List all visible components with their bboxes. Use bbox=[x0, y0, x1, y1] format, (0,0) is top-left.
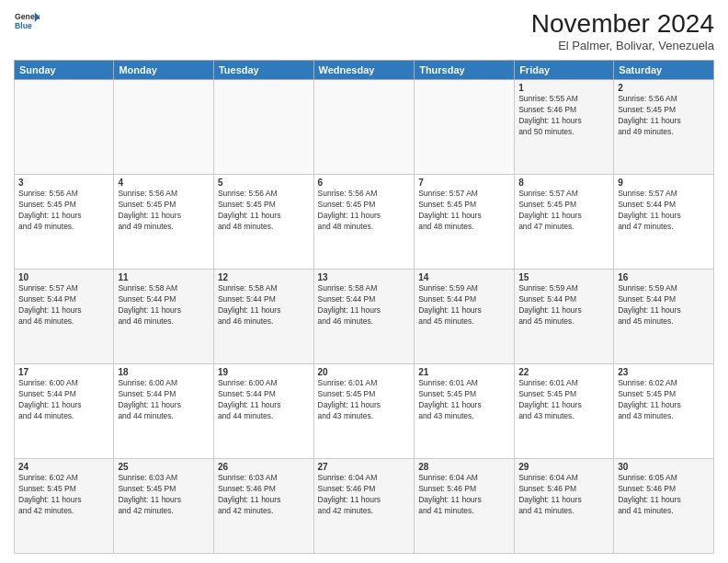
day-info: Sunrise: 5:57 AM Sunset: 5:44 PM Dayligh… bbox=[618, 189, 710, 233]
svg-text:Blue: Blue bbox=[15, 21, 32, 30]
day-info: Sunrise: 5:57 AM Sunset: 5:44 PM Dayligh… bbox=[18, 283, 109, 327]
day-info: Sunrise: 5:58 AM Sunset: 5:44 PM Dayligh… bbox=[118, 283, 210, 327]
calendar-header-cell: Thursday bbox=[415, 61, 515, 80]
day-number: 30 bbox=[618, 462, 710, 472]
calendar-cell: 25Sunrise: 6:03 AM Sunset: 5:45 PM Dayli… bbox=[114, 459, 214, 554]
day-info: Sunrise: 5:56 AM Sunset: 5:45 PM Dayligh… bbox=[318, 189, 411, 233]
calendar-week-row: 1Sunrise: 5:55 AM Sunset: 5:46 PM Daylig… bbox=[15, 80, 714, 175]
day-info: Sunrise: 5:57 AM Sunset: 5:45 PM Dayligh… bbox=[418, 189, 510, 233]
day-info: Sunrise: 6:01 AM Sunset: 5:45 PM Dayligh… bbox=[318, 378, 411, 422]
day-number: 7 bbox=[418, 178, 510, 188]
day-info: Sunrise: 5:58 AM Sunset: 5:44 PM Dayligh… bbox=[318, 283, 411, 327]
calendar-cell: 22Sunrise: 6:01 AM Sunset: 5:45 PM Dayli… bbox=[515, 364, 614, 459]
day-info: Sunrise: 5:56 AM Sunset: 5:45 PM Dayligh… bbox=[618, 94, 710, 138]
location: El Palmer, Bolivar, Venezuela bbox=[531, 39, 714, 52]
calendar-cell: 10Sunrise: 5:57 AM Sunset: 5:44 PM Dayli… bbox=[15, 270, 114, 364]
calendar-cell: 26Sunrise: 6:03 AM Sunset: 5:46 PM Dayli… bbox=[213, 459, 313, 554]
calendar-cell bbox=[313, 80, 415, 175]
calendar-week-row: 10Sunrise: 5:57 AM Sunset: 5:44 PM Dayli… bbox=[15, 270, 714, 364]
day-number: 29 bbox=[518, 462, 609, 472]
day-info: Sunrise: 5:59 AM Sunset: 5:44 PM Dayligh… bbox=[618, 283, 710, 327]
calendar-cell: 17Sunrise: 6:00 AM Sunset: 5:44 PM Dayli… bbox=[15, 364, 114, 459]
day-number: 12 bbox=[218, 272, 310, 282]
calendar-week-row: 24Sunrise: 6:02 AM Sunset: 5:45 PM Dayli… bbox=[15, 459, 714, 554]
calendar-week-row: 3Sunrise: 5:56 AM Sunset: 5:45 PM Daylig… bbox=[15, 175, 714, 270]
calendar-header-cell: Tuesday bbox=[213, 61, 313, 80]
calendar-cell: 13Sunrise: 5:58 AM Sunset: 5:44 PM Dayli… bbox=[313, 270, 415, 364]
logo-icon: General Blue bbox=[14, 9, 40, 35]
day-number: 2 bbox=[618, 83, 710, 93]
day-number: 18 bbox=[118, 367, 210, 377]
day-number: 22 bbox=[518, 367, 609, 377]
day-number: 1 bbox=[518, 83, 609, 93]
day-number: 25 bbox=[118, 462, 210, 472]
calendar-cell: 2Sunrise: 5:56 AM Sunset: 5:45 PM Daylig… bbox=[614, 80, 714, 175]
calendar-cell: 4Sunrise: 5:56 AM Sunset: 5:45 PM Daylig… bbox=[114, 175, 214, 270]
day-number: 26 bbox=[218, 462, 310, 472]
day-info: Sunrise: 6:02 AM Sunset: 5:45 PM Dayligh… bbox=[18, 473, 109, 517]
calendar-cell: 30Sunrise: 6:05 AM Sunset: 5:46 PM Dayli… bbox=[614, 459, 714, 554]
day-number: 27 bbox=[318, 462, 411, 472]
calendar-header-cell: Friday bbox=[515, 61, 614, 80]
calendar-cell: 23Sunrise: 6:02 AM Sunset: 5:45 PM Dayli… bbox=[614, 364, 714, 459]
calendar-cell: 18Sunrise: 6:00 AM Sunset: 5:44 PM Dayli… bbox=[114, 364, 214, 459]
calendar-cell: 15Sunrise: 5:59 AM Sunset: 5:44 PM Dayli… bbox=[515, 270, 614, 364]
day-info: Sunrise: 6:01 AM Sunset: 5:45 PM Dayligh… bbox=[418, 378, 510, 422]
calendar-header-cell: Saturday bbox=[614, 61, 714, 80]
day-number: 20 bbox=[318, 367, 411, 377]
day-number: 6 bbox=[318, 178, 411, 188]
calendar-cell bbox=[15, 80, 114, 175]
calendar-header-row: SundayMondayTuesdayWednesdayThursdayFrid… bbox=[15, 61, 714, 80]
calendar-cell: 5Sunrise: 5:56 AM Sunset: 5:45 PM Daylig… bbox=[213, 175, 313, 270]
day-number: 17 bbox=[18, 367, 109, 377]
day-number: 3 bbox=[18, 178, 109, 188]
calendar-cell: 29Sunrise: 6:04 AM Sunset: 5:46 PM Dayli… bbox=[515, 459, 614, 554]
calendar-week-row: 17Sunrise: 6:00 AM Sunset: 5:44 PM Dayli… bbox=[15, 364, 714, 459]
calendar-cell: 21Sunrise: 6:01 AM Sunset: 5:45 PM Dayli… bbox=[415, 364, 515, 459]
day-number: 10 bbox=[18, 272, 109, 282]
calendar: SundayMondayTuesdayWednesdayThursdayFrid… bbox=[14, 60, 714, 554]
calendar-cell: 9Sunrise: 5:57 AM Sunset: 5:44 PM Daylig… bbox=[614, 175, 714, 270]
calendar-cell: 20Sunrise: 6:01 AM Sunset: 5:45 PM Dayli… bbox=[313, 364, 415, 459]
day-number: 16 bbox=[618, 272, 710, 282]
day-number: 28 bbox=[418, 462, 510, 472]
day-info: Sunrise: 5:59 AM Sunset: 5:44 PM Dayligh… bbox=[418, 283, 510, 327]
calendar-cell: 12Sunrise: 5:58 AM Sunset: 5:44 PM Dayli… bbox=[213, 270, 313, 364]
day-info: Sunrise: 5:57 AM Sunset: 5:45 PM Dayligh… bbox=[518, 189, 609, 233]
day-number: 11 bbox=[118, 272, 210, 282]
calendar-cell: 8Sunrise: 5:57 AM Sunset: 5:45 PM Daylig… bbox=[515, 175, 614, 270]
title-block: November 2024 El Palmer, Bolivar, Venezu… bbox=[531, 9, 714, 52]
day-info: Sunrise: 6:02 AM Sunset: 5:45 PM Dayligh… bbox=[618, 378, 710, 422]
day-info: Sunrise: 6:00 AM Sunset: 5:44 PM Dayligh… bbox=[18, 378, 109, 422]
calendar-cell: 11Sunrise: 5:58 AM Sunset: 5:44 PM Dayli… bbox=[114, 270, 214, 364]
day-number: 15 bbox=[518, 272, 609, 282]
day-number: 23 bbox=[618, 367, 710, 377]
day-info: Sunrise: 6:03 AM Sunset: 5:46 PM Dayligh… bbox=[218, 473, 310, 517]
header: General Blue November 2024 El Palmer, Bo… bbox=[14, 9, 714, 52]
day-number: 5 bbox=[218, 178, 310, 188]
day-info: Sunrise: 6:04 AM Sunset: 5:46 PM Dayligh… bbox=[518, 473, 609, 517]
day-number: 13 bbox=[318, 272, 411, 282]
day-info: Sunrise: 6:03 AM Sunset: 5:45 PM Dayligh… bbox=[118, 473, 210, 517]
day-info: Sunrise: 5:55 AM Sunset: 5:46 PM Dayligh… bbox=[518, 94, 609, 138]
day-number: 14 bbox=[418, 272, 510, 282]
month-title: November 2024 bbox=[531, 9, 714, 39]
calendar-cell: 24Sunrise: 6:02 AM Sunset: 5:45 PM Dayli… bbox=[15, 459, 114, 554]
calendar-cell: 6Sunrise: 5:56 AM Sunset: 5:45 PM Daylig… bbox=[313, 175, 415, 270]
calendar-cell: 27Sunrise: 6:04 AM Sunset: 5:46 PM Dayli… bbox=[313, 459, 415, 554]
day-info: Sunrise: 5:58 AM Sunset: 5:44 PM Dayligh… bbox=[218, 283, 310, 327]
day-info: Sunrise: 6:04 AM Sunset: 5:46 PM Dayligh… bbox=[318, 473, 411, 517]
logo: General Blue bbox=[14, 9, 40, 35]
day-number: 24 bbox=[18, 462, 109, 472]
day-number: 19 bbox=[218, 367, 310, 377]
day-info: Sunrise: 6:04 AM Sunset: 5:46 PM Dayligh… bbox=[418, 473, 510, 517]
day-number: 9 bbox=[618, 178, 710, 188]
day-info: Sunrise: 6:05 AM Sunset: 5:46 PM Dayligh… bbox=[618, 473, 710, 517]
page: General Blue November 2024 El Palmer, Bo… bbox=[0, 0, 728, 563]
calendar-cell: 3Sunrise: 5:56 AM Sunset: 5:45 PM Daylig… bbox=[15, 175, 114, 270]
day-number: 8 bbox=[518, 178, 609, 188]
calendar-header-cell: Sunday bbox=[15, 61, 114, 80]
calendar-header-cell: Wednesday bbox=[313, 61, 415, 80]
calendar-cell: 28Sunrise: 6:04 AM Sunset: 5:46 PM Dayli… bbox=[415, 459, 515, 554]
day-info: Sunrise: 6:00 AM Sunset: 5:44 PM Dayligh… bbox=[118, 378, 210, 422]
